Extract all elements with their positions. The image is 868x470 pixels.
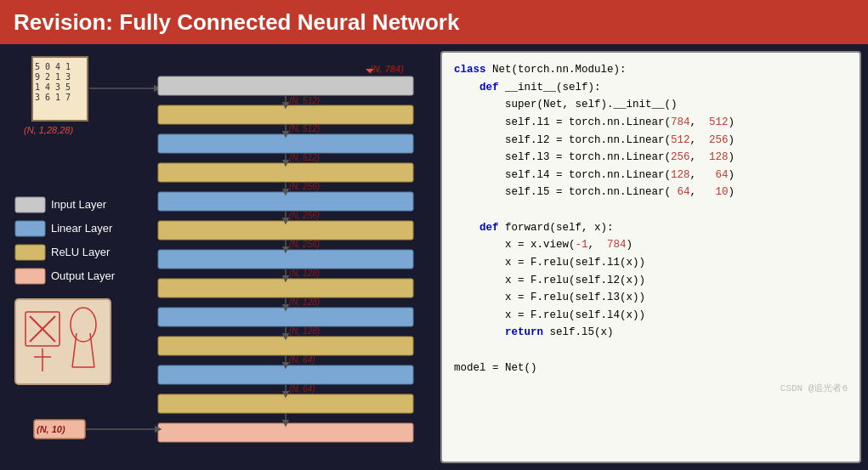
svg-text:Input Layer: Input Layer <box>51 198 107 211</box>
network-svg: 5 0 4 1 9 2 1 3 1 4 3 5 3 6 1 7 (N, 1,28… <box>9 53 425 469</box>
svg-text:(N, 64): (N, 64) <box>289 384 315 394</box>
code-line-blank <box>454 201 848 219</box>
svg-text:1 4 3 5: 1 4 3 5 <box>35 82 71 92</box>
code-line-9: def forward(self, x): <box>454 219 848 237</box>
code-line-16: model = Net() <box>454 360 848 377</box>
svg-rect-10 <box>158 105 413 124</box>
right-panel: class Net(torch.nn.Module): def __init__… <box>434 44 868 470</box>
code-line-11: x = F.relu(self.l1(x)) <box>454 254 848 272</box>
svg-text:(N, 128): (N, 128) <box>289 326 320 336</box>
svg-text:(N, 512): (N, 512) <box>289 124 320 133</box>
svg-text:(N, 256): (N, 256) <box>289 240 320 249</box>
network-diagram: 5 0 4 1 9 2 1 3 1 4 3 5 3 6 1 7 (N, 1,28… <box>9 53 425 462</box>
svg-text:9 2 1 3: 9 2 1 3 <box>35 72 71 82</box>
code-line-6: self.l3 = torch.nn.Linear(256, 128) <box>454 149 848 167</box>
svg-text:ReLU Layer: ReLU Layer <box>51 246 111 258</box>
svg-rect-19 <box>158 192 413 211</box>
code-line-12: x = F.relu(self.l2(x)) <box>454 272 848 290</box>
svg-rect-22 <box>158 221 413 240</box>
svg-text:Linear Layer: Linear Layer <box>51 222 113 235</box>
watermark-area: CSDN @追光者6 <box>454 380 848 398</box>
svg-rect-43 <box>158 423 413 442</box>
code-line-4: self.l1 = torch.nn.Linear(784, 512) <box>454 114 848 132</box>
svg-rect-16 <box>158 163 413 182</box>
svg-text:(N, 10): (N, 10) <box>37 424 65 434</box>
code-line-8: self.l5 = torch.nn.Linear( 64, 10) <box>454 184 848 201</box>
code-line-10: x = x.view(-1, 784) <box>454 236 848 254</box>
code-block: class Net(torch.nn.Module): def __init__… <box>440 51 861 463</box>
svg-rect-37 <box>158 365 413 384</box>
svg-rect-7 <box>158 76 413 95</box>
svg-rect-13 <box>158 134 413 153</box>
svg-rect-34 <box>158 337 413 355</box>
svg-rect-50 <box>15 221 45 236</box>
code-line-2: def __init__(self): <box>454 79 848 97</box>
svg-text:5 0 4 1: 5 0 4 1 <box>35 62 71 71</box>
svg-text:(N, 1,28,28): (N, 1,28,28) <box>24 125 73 135</box>
left-panel: 5 0 4 1 9 2 1 3 1 4 3 5 3 6 1 7 (N, 1,28… <box>0 44 434 470</box>
svg-text:(N, 784): (N, 784) <box>370 64 404 74</box>
svg-rect-31 <box>158 308 413 326</box>
code-line-1: class Net(torch.nn.Module): <box>454 61 848 79</box>
code-line-3: super(Net, self).__init__() <box>454 96 848 114</box>
svg-text:(N, 256): (N, 256) <box>289 182 320 191</box>
svg-text:(N, 128): (N, 128) <box>289 297 320 307</box>
code-line-13: x = F.relu(self.l3(x)) <box>454 289 848 307</box>
svg-rect-48 <box>15 197 45 212</box>
svg-text:Output Layer: Output Layer <box>51 269 116 282</box>
svg-rect-54 <box>15 269 45 284</box>
svg-text:(N, 512): (N, 512) <box>289 96 320 105</box>
svg-text:(N, 512): (N, 512) <box>289 153 320 162</box>
code-line-5: self.l2 = torch.nn.Linear(512, 256) <box>454 132 848 150</box>
svg-rect-52 <box>15 245 45 260</box>
content-area: 5 0 4 1 9 2 1 3 1 4 3 5 3 6 1 7 (N, 1,28… <box>0 44 868 470</box>
code-line-14: x = F.relu(self.l4(x)) <box>454 307 848 325</box>
svg-text:3 6 1 7: 3 6 1 7 <box>35 93 71 102</box>
svg-text:(N, 64): (N, 64) <box>289 355 315 365</box>
code-line-15: return self.l5(x) <box>454 324 848 342</box>
main-container: Revision: Fully Connected Neural Network… <box>0 0 868 470</box>
code-line-7: self.l4 = torch.nn.Linear(128, 64) <box>454 167 848 184</box>
page-header: Revision: Fully Connected Neural Network <box>0 0 868 44</box>
page-title: Revision: Fully Connected Neural Network <box>14 9 459 36</box>
svg-text:(N, 256): (N, 256) <box>289 211 320 220</box>
code-line-blank2 <box>454 342 848 360</box>
svg-rect-25 <box>158 250 413 269</box>
svg-text:(N, 128): (N, 128) <box>289 269 320 278</box>
svg-rect-28 <box>158 279 413 297</box>
svg-rect-40 <box>158 394 413 413</box>
watermark-text: CSDN @追光者6 <box>780 383 848 394</box>
